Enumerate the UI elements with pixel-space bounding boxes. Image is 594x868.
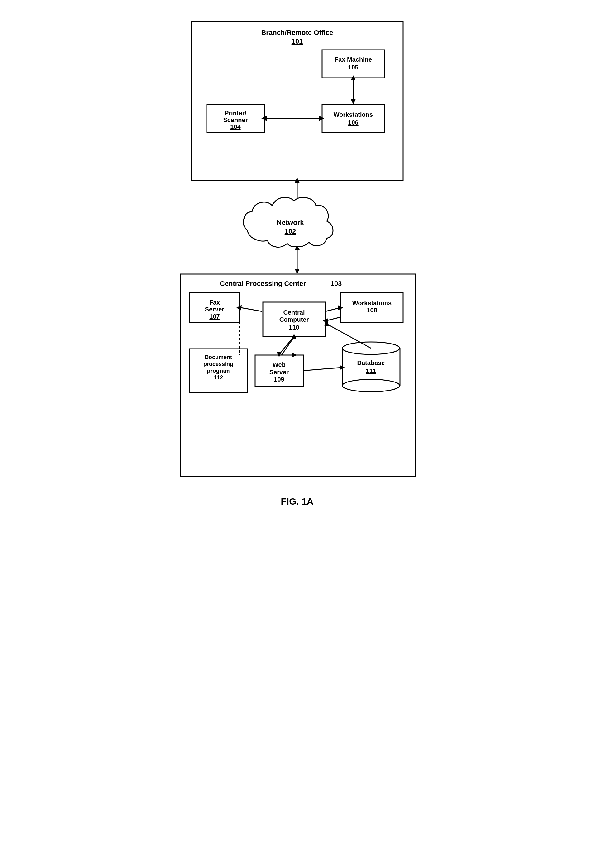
diagram-svg: Branch/Remote Office 101 Fax Machine 105… xyxy=(157,12,437,838)
web-server-id: 109 xyxy=(274,376,284,383)
figure-label: FIG. 1A xyxy=(281,496,313,506)
fax-machine-id: 105 xyxy=(348,64,358,71)
database-label: Database xyxy=(357,359,385,366)
central-computer-id: 110 xyxy=(289,324,299,331)
fax-server-label-2: Server xyxy=(205,306,224,313)
page: Branch/Remote Office 101 Fax Machine 105… xyxy=(157,12,437,838)
fax-machine-label: Fax Machine xyxy=(334,56,372,63)
printer-scanner-label-2: Scanner xyxy=(223,117,248,123)
fax-server-label-1: Fax xyxy=(209,299,220,306)
branch-box xyxy=(191,22,403,181)
workstations-branch-id: 106 xyxy=(348,119,358,126)
printer-scanner-label-1: Printer/ xyxy=(224,110,246,117)
branch-title: Branch/Remote Office xyxy=(261,29,333,37)
database-id: 111 xyxy=(366,368,376,374)
doc-processing-label-3: program xyxy=(207,368,229,374)
doc-processing-label-2: processing xyxy=(203,361,233,367)
web-server-label-1: Web xyxy=(273,361,286,368)
web-server-label-2: Server xyxy=(269,369,288,376)
network-id: 102 xyxy=(284,227,296,235)
printer-scanner-id: 104 xyxy=(230,123,241,130)
central-title: Central Processing Center xyxy=(220,280,306,288)
doc-processing-id: 112 xyxy=(213,374,223,381)
network-cloud: Network 102 xyxy=(243,198,332,247)
central-id: 103 xyxy=(330,280,342,288)
arrow-net-central-down xyxy=(295,269,300,274)
central-computer-label-1: Central xyxy=(283,309,304,316)
workstations-central-label: Workstations xyxy=(352,300,391,307)
workstations-branch-box xyxy=(322,104,384,132)
branch-id: 101 xyxy=(291,37,303,45)
database-bottom xyxy=(342,379,400,392)
central-computer-label-2: Computer xyxy=(279,316,309,323)
fax-server-id: 107 xyxy=(209,313,220,320)
workstations-branch-label: Workstations xyxy=(333,111,372,118)
doc-processing-label-1: Document xyxy=(204,354,232,360)
network-label: Network xyxy=(276,218,304,226)
workstations-central-id: 108 xyxy=(366,307,377,314)
